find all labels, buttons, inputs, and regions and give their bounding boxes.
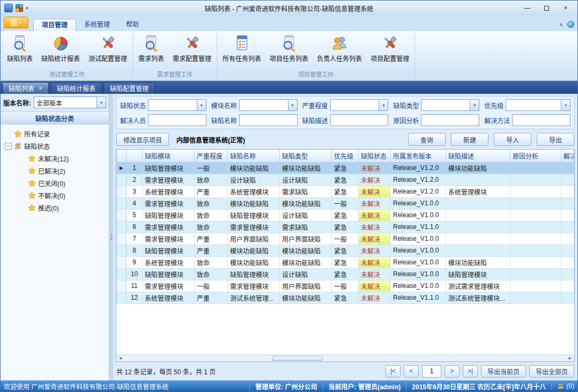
pager-first-button[interactable]: |< (386, 365, 401, 378)
cell-severity: 致命 (195, 209, 228, 221)
grid-toolbar: 修改显示项目 内部信息管理系统(正常) 查询新建导入导出 (116, 129, 575, 149)
cell-release: Release_V1.0.0 (391, 268, 446, 280)
scroll-right-icon[interactable]: ▶ (566, 355, 574, 361)
ribbon-tab-help[interactable]: 帮助 (118, 19, 147, 31)
ribbon-button-owner-tasks[interactable]: 负责人任务列表 (313, 32, 366, 71)
ribbon-button-defect-list[interactable]: 缺陷列表 (3, 32, 37, 71)
quick-access-dropdown-icon[interactable]: ▾ (26, 5, 28, 11)
cell-release: Release_V1.0.0 (391, 256, 446, 268)
column-header-6[interactable]: 缺陷状态 (359, 150, 391, 162)
column-header-1[interactable]: 缺陷模块 (143, 150, 195, 162)
tree-item-wont-fix[interactable]: 不解决(0) (16, 189, 108, 202)
pager-next-button[interactable]: > (444, 365, 460, 378)
cell-solution (561, 162, 574, 174)
version-combobox[interactable]: 全部版本 ▾ (34, 97, 106, 108)
messages-indicator[interactable]: (0) (551, 382, 574, 390)
filter-priority-combobox[interactable]: ▾ (506, 99, 570, 111)
column-header-5[interactable]: 优先级 (332, 150, 359, 162)
scroll-left-icon[interactable]: ◀ (116, 355, 124, 361)
table-row[interactable]: 3系统管理模块严重系统管理模块需求缺陷紧急未解决Release_V1.2.0系统… (117, 186, 574, 197)
ribbon-button-test-config[interactable]: 测试配置管理 (84, 32, 131, 71)
collapse-icon[interactable]: − (5, 143, 12, 150)
close-button[interactable]: × (556, 2, 575, 14)
table-row[interactable]: 11需求管理模块一般需求管理模块用户界面缺陷一般未解决Release_V1.0.… (117, 280, 574, 292)
close-tab-icon[interactable]: × (39, 85, 42, 92)
filter-solution-input[interactable] (512, 114, 570, 126)
cell-release: Release_V1.0.0 (391, 280, 446, 292)
ribbon-button-requirement-list[interactable]: 需求列表 (134, 32, 168, 71)
sidebar-splitter[interactable]: ••• (109, 94, 113, 380)
doc-tab-defect-config[interactable]: 缺陷配置管理 (103, 82, 155, 94)
ribbon-button-project-tasks[interactable]: 项目任务列表 (265, 32, 313, 71)
filter-resolver-input[interactable] (148, 114, 206, 126)
table-row[interactable]: ▶1缺陷管理模块一般模块功能缺陷模块功能缺陷紧急未解决Release_V1.2.… (117, 162, 574, 174)
toolbar-new-button[interactable]: 新建 (451, 133, 488, 146)
filter-defect-type-combobox[interactable]: ▾ (421, 99, 479, 111)
filter-module-name-combobox[interactable]: ▾ (239, 99, 298, 111)
chevron-down-icon[interactable]: ▾ (561, 100, 570, 110)
ribbon-button-project-config[interactable]: 项目配置管理 (366, 32, 413, 71)
maximize-button[interactable] (537, 2, 556, 14)
table-row[interactable]: 2需求管理模块致命设计缺陷设计缺陷紧急未解决Release_V1.2.0 (117, 174, 574, 186)
export-current-page-button[interactable]: 导出当前页 (481, 365, 526, 378)
table-row[interactable]: 12系统管理模块严重测试系统管理...模块功能缺陷紧急未解决Release_V1… (117, 292, 574, 304)
pager-page-input[interactable] (422, 365, 441, 378)
ribbon-tab-system[interactable]: 系统管理 (76, 19, 118, 31)
skin-icon[interactable] (567, 21, 574, 28)
tree-item-closed[interactable]: 已关闭(0) (16, 177, 108, 189)
table-row[interactable]: 6需求管理模块致命需求管理模块需求缺陷紧急未解决Release_V1.1.0 (117, 221, 574, 233)
filter-defect-name-input[interactable] (239, 114, 298, 126)
horizontal-scrollbar[interactable]: ◀ ▶ (116, 354, 574, 361)
table-row[interactable]: 9系统管理模块致命模块功能缺陷模块功能缺陷紧急未解决Release_V1.0.0… (117, 256, 574, 268)
application-menu-button[interactable]: ▾ (4, 17, 28, 28)
toolbar-query-button[interactable]: 查询 (408, 133, 446, 146)
filter-cause-analysis-input[interactable] (421, 114, 479, 126)
table-row[interactable]: 4需求管理模块致命模块功能缺陷模块功能缺陷一般未解决Release_V1.0.0 (117, 197, 574, 209)
ribbon-button-all-tasks[interactable]: 所有任务列表 (218, 32, 265, 71)
tree-item-all-records[interactable]: 所有记录 (2, 128, 108, 140)
pager-last-button[interactable]: >| (463, 365, 478, 378)
column-header-2[interactable]: 严重程度 (195, 150, 228, 162)
table-row[interactable]: 5缺陷管理模块致命缺陷管理模块设计缺陷紧急未解决Release_V1.0.0 (117, 209, 574, 221)
tree-item-postponed[interactable]: 推迟(0) (16, 202, 108, 214)
filter-severity-combobox[interactable]: ▾ (330, 99, 389, 111)
chevron-down-icon[interactable]: ▾ (470, 100, 479, 110)
collapse-ribbon-icon[interactable]: ∧ (559, 21, 563, 27)
grid-icon[interactable] (16, 4, 23, 12)
row-indicator: ▶ (117, 162, 127, 174)
doc-tab-defect-list[interactable]: 缺陷列表× (2, 82, 49, 94)
ribbon-button-defect-stats[interactable]: 缺陷统计报表 (37, 32, 84, 71)
column-header-10[interactable]: 解决方法 (561, 150, 574, 162)
pager-prev-button[interactable]: < (404, 365, 419, 378)
ribbon-tab-project[interactable]: 项目管理 (33, 19, 76, 31)
cell-priority: 一般 (332, 197, 359, 209)
tree-item-unresolved[interactable]: 未解决(12) (16, 152, 108, 165)
toolbar-import-button[interactable]: 导入 (494, 133, 531, 146)
chevron-down-icon[interactable]: ▾ (379, 100, 388, 110)
filter-defect-status-combobox[interactable]: ▾ (148, 99, 206, 111)
table-row[interactable]: 8缺陷管理模块严重模块功能缺陷模块功能缺陷紧急未解决Release_V1.0.0 (117, 245, 574, 256)
star-icon (28, 191, 36, 199)
doc-tab-defect-stats[interactable]: 缺陷统计报表 (50, 82, 102, 94)
filter-defect-desc-input[interactable] (330, 114, 389, 126)
cell-cause (510, 233, 561, 245)
modify-columns-button[interactable]: 修改显示项目 (116, 133, 169, 146)
chevron-down-icon[interactable]: ▾ (97, 97, 106, 108)
tree-item-defect-status[interactable]: −缺陷状态 (2, 140, 108, 152)
cell-release: Release_V1.0.0 (391, 197, 446, 209)
tree-item-resolved[interactable]: 已解决(2) (16, 165, 108, 177)
toolbar-export-button[interactable]: 导出 (537, 133, 574, 146)
scrollbar-thumb[interactable] (272, 356, 323, 361)
chevron-down-icon[interactable]: ▾ (288, 100, 297, 110)
export-all-pages-button[interactable]: 导出全部页 (529, 365, 574, 378)
ribbon-button-requirement-config[interactable]: 需求配置管理 (168, 32, 216, 71)
chevron-down-icon[interactable]: ▾ (197, 100, 206, 110)
table-row[interactable]: 10缺陷管理模块致命缺陷管理模块设计缺陷紧急未解决Release_V1.0.0缺… (117, 268, 574, 280)
column-header-4[interactable]: 缺陷类型 (280, 150, 332, 162)
minimize-button[interactable]: — (517, 2, 537, 14)
column-header-3[interactable]: 缺陷名称 (228, 150, 280, 162)
column-header-9[interactable]: 原因分析 (510, 150, 561, 162)
column-header-7[interactable]: 所属发布版本 (391, 150, 446, 162)
column-header-8[interactable]: 缺陷描述 (446, 150, 510, 162)
table-row[interactable]: 7需求管理模块严重用户界面缺陷用户界面缺陷一般未解决Release_V1.0.0 (117, 233, 574, 245)
